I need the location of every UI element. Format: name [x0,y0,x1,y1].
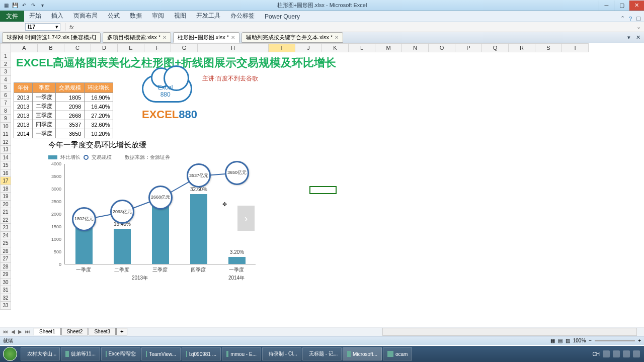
undo-icon[interactable]: ↶ [20,2,28,10]
status-ready: 就绪 [3,337,13,344]
zoom-level[interactable]: 100% [573,338,586,343]
taskbar-item[interactable]: TeamView... [141,347,181,360]
qat-more-icon[interactable]: ▾ [38,2,46,10]
windows-taskbar[interactable]: 农村大爷山...徒弟等11...Excel帮帮您TeamView...lzj09… [0,346,644,362]
minimize-ribbon-icon[interactable]: ⌃ [620,15,625,22]
formula-bar: I17▾ fx ⌄ [0,22,644,32]
taskbar-item[interactable]: 待录制 - Cl... [262,347,301,360]
zoom-out-icon[interactable]: − [589,338,592,343]
plot-area: 16.90%16.40%27.20%32.60%3.20%1802亿元2098亿… [64,164,256,264]
next-slide-button[interactable]: › [237,206,255,231]
tab-developer[interactable]: 开发工具 [191,10,225,22]
legend-circle-icon [84,155,89,160]
chart-source: 数据来源：金源证券 [125,154,170,161]
close-icon[interactable]: ✕ [231,35,235,40]
start-button[interactable] [0,346,20,362]
taskbar-item[interactable]: mmou - E... [222,347,261,360]
taskbar-item[interactable]: 无标题 - 记... [302,347,342,360]
name-box[interactable]: I17▾ [0,23,65,31]
row-headers[interactable]: 1234567891011121314151617181920212223242… [0,52,11,310]
expand-formula-icon[interactable]: ⌄ [633,24,644,30]
chart-legend: 环比增长 交易规模 数据来源：金源证券 [48,154,263,161]
taskbar-item[interactable]: Microsoft... [343,347,382,360]
tab-office[interactable]: 办公标签 [225,10,260,22]
ribbon: 文件 开始 插入 页面布局 公式 数据 审阅 视图 开发工具 办公标签 Powe… [0,11,644,22]
tab-insert[interactable]: 插入 [46,10,68,22]
close-icon[interactable]: ✕ [163,35,167,40]
data-table: 年份季度交易规模环比增长 2013一季度180516.90%2013二季度209… [14,82,113,138]
chart[interactable]: 今年一季度交易环比增长放缓 环比增长 交易规模 数据来源：金源证券 050010… [41,140,263,291]
sheet-tab[interactable]: Sheet2 [61,328,89,335]
tray-icon[interactable] [613,350,620,357]
title-bar: ▦ 💾 ↶ ↷ ▾ 柱形图+圆形图.xlsx - Microsoft Excel… [0,0,644,11]
sheet-nav[interactable]: ⏮◀▶⏭ [0,329,33,334]
window-restore-icon[interactable]: ▢ [636,15,641,22]
quick-access-toolbar: ▦ 💾 ↶ ↷ ▾ [0,2,46,10]
redo-icon[interactable]: ↷ [29,2,37,10]
selected-cell[interactable] [309,186,337,194]
workbook-tab[interactable]: 多项目模糊搜索.xlsx *✕ [103,32,171,43]
workbook-tab[interactable]: 球探网-时间筛选1.742.xls [兼容模式] [2,32,101,43]
system-tray[interactable]: CH [593,350,644,357]
window-title: 柱形图+圆形图.xlsx - Microsoft Excel [277,2,367,9]
tab-formula[interactable]: 公式 [103,10,125,22]
tabs-dropdown-icon[interactable]: ▾ [625,34,633,41]
lecturer-text: 主讲:百度不到去谷歌 [202,74,258,83]
move-cursor-icon: ✥ [222,201,227,208]
close-button[interactable]: ✕ [629,1,644,11]
workbook-tabs: 球探网-时间筛选1.742.xls [兼容模式] 多项目模糊搜索.xlsx *✕… [0,32,644,43]
tray-icon[interactable] [603,350,610,357]
cloud-text: Excel880 [158,84,173,98]
excel-icon: ▦ [2,2,10,10]
horizontal-scrollbar[interactable] [382,328,637,336]
tab-data[interactable]: 数据 [125,10,147,22]
workbook-tab[interactable]: 辅助列完成按关键字合并文本.xlsx *✕ [242,32,343,43]
select-all-corner[interactable] [0,43,11,52]
fx-icon[interactable]: fx [65,24,78,30]
maximize-button[interactable]: ▢ [614,1,629,11]
view-layout-icon[interactable]: ▤ [558,338,562,343]
minimize-button[interactable]: ─ [599,1,614,11]
status-bar: 就绪 ▦ ▤ ▨ 100% − + [0,336,644,345]
save-icon[interactable]: 💾 [11,2,19,10]
y-axis: 05001000150020002500300035004000 [48,164,63,264]
zoom-in-icon[interactable]: + [638,338,641,343]
view-normal-icon[interactable]: ▦ [550,338,555,343]
ime-icon[interactable]: CH [593,351,600,357]
logo: Excel880 EXCEL880 [129,70,210,121]
worksheet-grid[interactable]: ABCDEFGHIJKLMNOPQRST 1234567891011121314… [0,43,644,336]
sheet-tab[interactable]: Sheet1 [34,328,61,335]
tab-layout[interactable]: 页面布局 [68,10,103,22]
chart-title: 今年一季度交易环比增长放缓 [48,140,263,150]
tab-home[interactable]: 开始 [24,10,46,22]
taskbar-item[interactable]: 徒弟等11... [61,347,100,360]
tab-review[interactable]: 审阅 [147,10,169,22]
tab-powerquery[interactable]: Power Query [260,12,305,22]
legend-bar-icon [48,155,57,159]
taskbar-item[interactable]: ocam [383,347,412,360]
tray-icon[interactable] [623,350,630,357]
taskbar-item[interactable]: Excel帮帮您 [101,347,140,360]
zoom-slider[interactable] [595,340,635,341]
sheet-tab-bar: ⏮◀▶⏭ Sheet1 Sheet2 Sheet3 ✦ [0,327,644,336]
column-headers[interactable]: ABCDEFGHIJKLMNOPQRST [11,43,589,52]
sheet-tab[interactable]: Sheet3 [89,328,116,335]
help-icon[interactable]: ? [629,16,632,22]
taskbar-item[interactable]: lzj090981 ... [182,347,221,360]
file-tab[interactable]: 文件 [0,11,24,22]
new-sheet-icon[interactable]: ✦ [116,328,127,335]
workbook-tab-active[interactable]: 柱形图+圆形图.xlsx *✕ [173,32,239,43]
close-icon[interactable]: ✕ [335,35,339,40]
tab-view[interactable]: 视图 [169,10,191,22]
taskbar-item[interactable]: 农村大爷山... [21,347,60,360]
tabs-close-icon[interactable]: ✕ [634,34,642,41]
view-break-icon[interactable]: ▨ [566,338,570,343]
volume-icon[interactable] [633,350,640,357]
